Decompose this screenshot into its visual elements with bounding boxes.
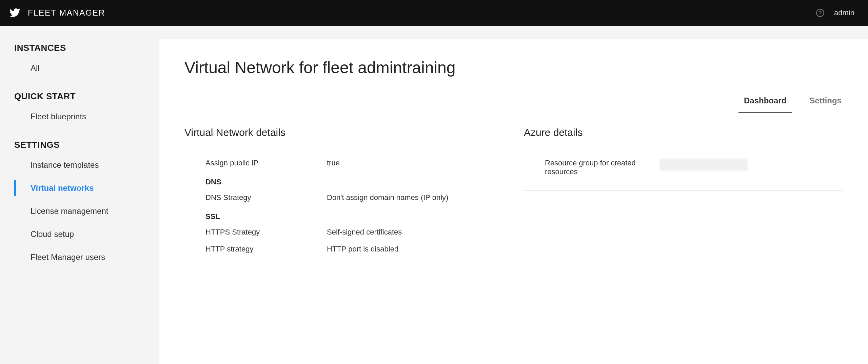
sidebar-item-fleet-manager-users[interactable]: Fleet Manager users [0, 246, 159, 269]
brand: FLEET MANAGER [9, 6, 105, 19]
sidebar-section-title: SETTINGS [0, 140, 159, 150]
label-assign-public-ip: Assign public IP [184, 159, 327, 167]
value-http-strategy: HTTP port is disabled [327, 245, 504, 254]
tab-settings[interactable]: Settings [808, 96, 843, 113]
label-dns-strategy: DNS Strategy [184, 193, 327, 202]
value-dns-strategy: Don't assign domain names (IP only) [327, 193, 504, 202]
sidebar-item-virtual-networks[interactable]: Virtual networks [0, 177, 159, 200]
redacted-value [659, 159, 748, 171]
row-assign-public-ip: Assign public IP true [184, 155, 504, 171]
divider [524, 190, 843, 191]
brand-name: FLEET MANAGER [28, 8, 105, 18]
sidebar-item-instance-templates[interactable]: Instance templates [0, 154, 159, 177]
row-dns-strategy: DNS Strategy Don't assign domain names (… [184, 189, 504, 206]
top-bar: FLEET MANAGER ? admin [0, 0, 868, 26]
azure-details-panel: Azure details Resource group for created… [524, 127, 843, 268]
user-menu[interactable]: admin [834, 8, 854, 17]
label-http-strategy: HTTP strategy [184, 245, 327, 254]
tabs: DashboardSettings [159, 96, 868, 113]
tab-dashboard[interactable]: Dashboard [743, 96, 788, 113]
subhead-dns: DNS [184, 178, 504, 186]
sidebar: INSTANCESAllQUICK STARTFleet blueprintsS… [0, 26, 159, 364]
panel-title-vnet: Virtual Network details [184, 127, 504, 138]
sidebar-item-license-management[interactable]: License management [0, 200, 159, 223]
help-icon[interactable]: ? [816, 8, 825, 17]
vnet-details-panel: Virtual Network details Assign public IP… [184, 127, 504, 268]
label-resource-group: Resource group for created resources [524, 159, 659, 176]
divider [184, 268, 504, 268]
sidebar-item-cloud-setup[interactable]: Cloud setup [0, 223, 159, 246]
subhead-ssl: SSL [184, 212, 504, 221]
svg-text:?: ? [818, 10, 822, 16]
sidebar-section-title: QUICK START [0, 91, 159, 102]
sidebar-item-fleet-blueprints[interactable]: Fleet blueprints [0, 105, 159, 128]
label-https-strategy: HTTPS Strategy [184, 228, 327, 237]
panel-title-azure: Azure details [524, 127, 843, 138]
row-http-strategy: HTTP strategy HTTP port is disabled [184, 241, 504, 258]
value-https-strategy: Self-signed certificates [327, 228, 504, 237]
value-resource-group [659, 159, 843, 176]
main-content: Virtual Network for fleet admintraining … [159, 39, 868, 364]
bird-logo-icon [9, 6, 21, 19]
row-resource-group: Resource group for created resources [524, 155, 843, 180]
value-assign-public-ip: true [327, 159, 504, 167]
sidebar-item-all[interactable]: All [0, 57, 159, 80]
page-title: Virtual Network for fleet admintraining [184, 58, 843, 77]
row-https-strategy: HTTPS Strategy Self-signed certificates [184, 224, 504, 241]
sidebar-section-title: INSTANCES [0, 43, 159, 53]
